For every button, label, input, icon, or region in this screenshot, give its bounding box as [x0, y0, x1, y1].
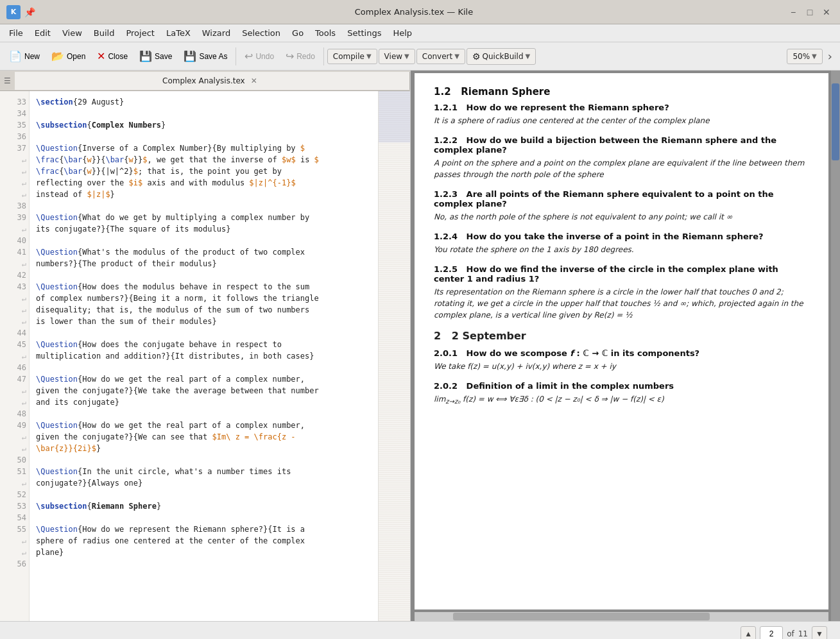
editor-panel: ☰ Complex Analysis.tex ✕ 33 34 35 36 37 … — [0, 71, 411, 621]
quickbuild-icon: ⚙ — [472, 51, 481, 62]
subsection-heading-1-2-4: 1.2.4 How do you take the inverse of a p… — [434, 232, 809, 241]
quickbuild-dropdown[interactable]: ⚙ QuickBuild ▼ — [467, 48, 536, 65]
undo-button[interactable]: ↩ Undo — [239, 47, 279, 65]
toolbar-more-button[interactable]: › — [824, 47, 836, 65]
menu-wizard[interactable]: Wizard — [197, 26, 236, 40]
new-icon: 📄 — [9, 50, 22, 62]
menu-edit[interactable]: Edit — [30, 26, 56, 40]
open-icon: 📂 — [51, 50, 64, 62]
convert-dropdown[interactable]: Convert ▼ — [416, 49, 465, 64]
pdf-subsection-1-2-1: 1.2.1 How do we represent the Riemann sp… — [434, 103, 809, 126]
preview-scrollbar[interactable] — [831, 71, 840, 621]
undo-icon: ↩ — [244, 50, 253, 62]
maximize-button[interactable]: □ — [803, 5, 817, 19]
menu-latex[interactable]: LaTeX — [161, 26, 196, 40]
toolbar-right: 50% ▼ — [787, 49, 822, 64]
pdf-subsection-1-2-2: 1.2.2 How do we build a bijection betwee… — [434, 135, 809, 180]
toolbar: 📄 New 📂 Open ✕ Close 💾 Save 💾 Save As ↩ … — [0, 42, 840, 71]
compile-dropdown[interactable]: Compile ▼ — [327, 49, 377, 64]
tab-close-button[interactable]: ✕ — [249, 76, 259, 86]
page-navigation: ▲ of 11 ▼ — [0, 621, 840, 639]
editor-content: 33 34 35 36 37 ↵ ↵ ↵ ↵ 38 39 ↵ 40 41 ↵ 4… — [0, 91, 410, 621]
view-dropdown[interactable]: View ▼ — [379, 49, 415, 64]
prev-page-button[interactable]: ▲ — [741, 626, 756, 640]
subsection-heading-2-0-1: 2.0.1 How do we scompose f : ℂ → ℂ in it… — [434, 348, 809, 358]
pdf-section-2: 2 2 September 2.0.1 How do we scompose f… — [434, 330, 809, 406]
window-title: Complex Analysis.tex — Kile — [42, 7, 786, 17]
editor-tab-bar: ☰ Complex Analysis.tex ✕ — [0, 71, 410, 91]
subsection-heading-1-2-1: 1.2.1 How do we represent the Riemann sp… — [434, 103, 809, 112]
pdf-page: 1.2 Riemann Sphere 1.2.1 How do we repre… — [415, 73, 828, 609]
view-arrow-icon: ▼ — [404, 53, 409, 60]
titlebar: K 📌 Complex Analysis.tex — Kile − □ ✕ — [0, 0, 840, 24]
preview-hscroll-thumb — [453, 613, 710, 620]
subsection-body-1-2-1: It is a sphere of radius one centered at… — [434, 115, 809, 126]
main-area: ☰ Complex Analysis.tex ✕ 33 34 35 36 37 … — [0, 71, 840, 621]
pin-icon[interactable]: 📌 — [24, 7, 35, 17]
menu-help[interactable]: Help — [388, 26, 417, 40]
subsection-heading-2-0-2: 2.0.2 Definition of a limit in the compl… — [434, 381, 809, 391]
line-numbers: 33 34 35 36 37 ↵ ↵ ↵ ↵ 38 39 ↵ 40 41 ↵ 4… — [0, 91, 30, 621]
close-doc-icon: ✕ — [97, 50, 105, 62]
save-icon: 💾 — [139, 50, 152, 62]
pdf-subsection-1-2-4: 1.2.4 How do you take the inverse of a p… — [434, 232, 809, 255]
menubar: File Edit View Build Project LaTeX Wizar… — [0, 24, 840, 42]
zoom-arrow-icon: ▼ — [812, 53, 817, 60]
preview-horizontal-scrollbar[interactable] — [415, 612, 828, 621]
page-number-input[interactable] — [760, 626, 783, 640]
preview-scrollbar-thumb — [832, 83, 839, 160]
total-pages: 11 — [798, 629, 808, 638]
separator-1 — [236, 47, 236, 65]
save-button[interactable]: 💾 Save — [134, 47, 177, 65]
convert-arrow-icon: ▼ — [454, 53, 459, 60]
minimize-button[interactable]: − — [786, 5, 800, 19]
page-of-label: of — [787, 629, 794, 638]
save-as-icon: 💾 — [184, 50, 196, 62]
minimap — [378, 91, 410, 621]
subsection-body-2-0-1: We take f(z) = u(x,y) + iv(x,y) where z … — [434, 361, 809, 372]
section-heading-2: 2 2 September — [434, 330, 809, 342]
save-as-button[interactable]: 💾 Save As — [178, 47, 232, 65]
tab-icon: ☰ — [0, 76, 15, 85]
section-heading-1-2: 1.2 Riemann Sphere — [434, 86, 809, 98]
pdf-subsection-1-2-5: 1.2.5 How do we find the inverse of the … — [434, 264, 809, 321]
menu-go[interactable]: Go — [287, 26, 309, 40]
close-button-toolbar[interactable]: ✕ Close — [92, 47, 133, 65]
subsection-body-2-0-2: limz→z₀ f(z) = w ⟺ ∀ε∃δ : (0 < |z − z₀| … — [434, 393, 809, 406]
new-button[interactable]: 📄 New — [4, 47, 45, 65]
minimap-content — [379, 91, 410, 621]
app-icon: K — [6, 5, 21, 19]
menu-selection[interactable]: Selection — [237, 26, 286, 40]
pdf-subsection-1-2-3: 1.2.3 Are all points of the Riemann sphe… — [434, 189, 809, 223]
open-button[interactable]: 📂 Open — [46, 47, 90, 65]
compile-arrow-icon: ▼ — [366, 53, 372, 60]
quickbuild-arrow-icon: ▼ — [526, 53, 531, 60]
menu-tools[interactable]: Tools — [310, 26, 341, 40]
pdf-section-1-2: 1.2 Riemann Sphere 1.2.1 How do we repre… — [434, 86, 809, 321]
next-page-button[interactable]: ▼ — [812, 626, 827, 640]
separator-2 — [323, 47, 324, 65]
redo-icon: ↪ — [286, 50, 294, 62]
menu-build[interactable]: Build — [89, 26, 120, 40]
subsection-heading-1-2-3: 1.2.3 Are all points of the Riemann sphe… — [434, 189, 809, 209]
close-button[interactable]: ✕ — [819, 5, 834, 19]
subsection-body-1-2-4: You rotate the sphere on the 1 axis by 1… — [434, 244, 809, 255]
tab-label: Complex Analysis.tex — [162, 76, 245, 85]
redo-button[interactable]: ↪ Redo — [280, 47, 320, 65]
minimap-viewport — [379, 91, 410, 142]
menu-file[interactable]: File — [4, 26, 28, 40]
menu-view[interactable]: View — [57, 26, 87, 40]
subsection-heading-1-2-5: 1.2.5 How do we find the inverse of the … — [434, 264, 809, 284]
pdf-subsection-2-0-1: 2.0.1 How do we scompose f : ℂ → ℂ in it… — [434, 348, 809, 372]
preview-panel: 1.2 Riemann Sphere 1.2.1 How do we repre… — [411, 71, 840, 621]
pdf-subsection-2-0-2: 2.0.2 Definition of a limit in the compl… — [434, 381, 809, 406]
menu-settings[interactable]: Settings — [342, 26, 386, 40]
window-controls: − □ ✕ — [786, 5, 834, 19]
editor-tab[interactable]: Complex Analysis.tex ✕ — [15, 72, 410, 90]
subsection-heading-1-2-2: 1.2.2 How do we build a bijection betwee… — [434, 135, 809, 155]
menu-project[interactable]: Project — [121, 26, 159, 40]
code-editor[interactable]: \section{29 August} \subsection{Complex … — [30, 91, 378, 621]
subsection-body-1-2-2: A point on the sphere and a point on the… — [434, 157, 809, 180]
subsection-body-1-2-3: No, as the north pole of the sphere is n… — [434, 211, 809, 223]
zoom-dropdown[interactable]: 50% ▼ — [787, 49, 822, 64]
